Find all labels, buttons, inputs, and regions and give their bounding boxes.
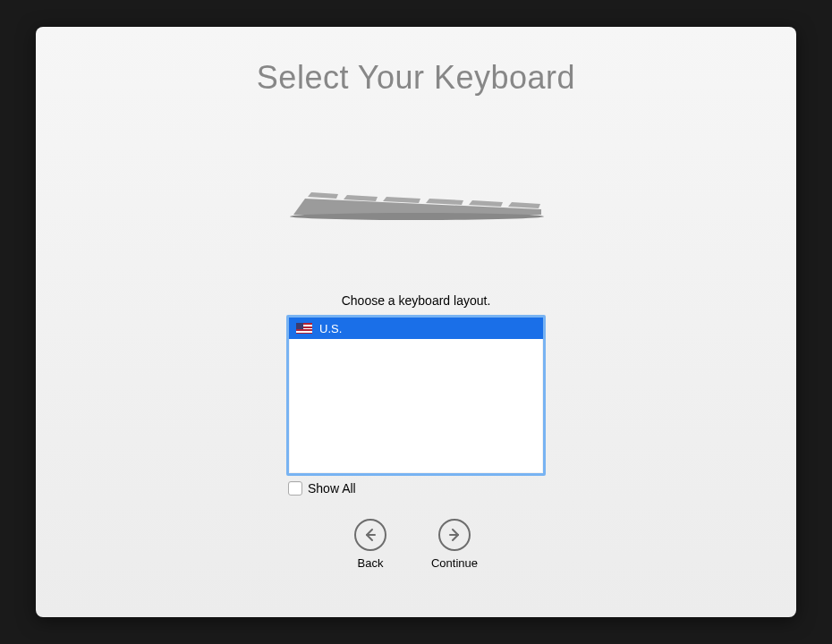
layout-item-label: U.S. — [319, 322, 342, 335]
arrow-right-icon — [438, 519, 471, 551]
show-all-row: Show All — [286, 476, 546, 496]
keyboard-illustration — [286, 177, 546, 231]
back-label: Back — [358, 556, 384, 570]
svg-marker-4 — [383, 197, 420, 203]
us-flag-icon — [296, 323, 312, 334]
continue-label: Continue — [431, 556, 478, 570]
show-all-checkbox[interactable] — [288, 481, 302, 496]
back-button[interactable]: Back — [354, 519, 386, 570]
keyboard-layout-list[interactable]: U.S. — [286, 315, 546, 476]
svg-marker-2 — [308, 192, 338, 199]
arrow-left-icon — [354, 519, 386, 551]
keyboard-icon — [286, 177, 546, 231]
page-title: Select Your Keyboard — [257, 59, 575, 97]
svg-marker-7 — [508, 202, 540, 208]
instruction-text: Choose a keyboard layout. — [342, 293, 491, 308]
svg-marker-5 — [426, 199, 463, 205]
svg-marker-6 — [469, 200, 503, 207]
show-all-label[interactable]: Show All — [308, 481, 356, 496]
svg-point-1 — [290, 213, 544, 220]
nav-buttons: Back Continue — [354, 519, 478, 570]
setup-window: Select Your Keyboard Choose a keyboard l… — [36, 27, 796, 617]
svg-marker-3 — [344, 195, 378, 201]
layout-item-us[interactable]: U.S. — [289, 318, 543, 339]
continue-button[interactable]: Continue — [431, 519, 478, 570]
